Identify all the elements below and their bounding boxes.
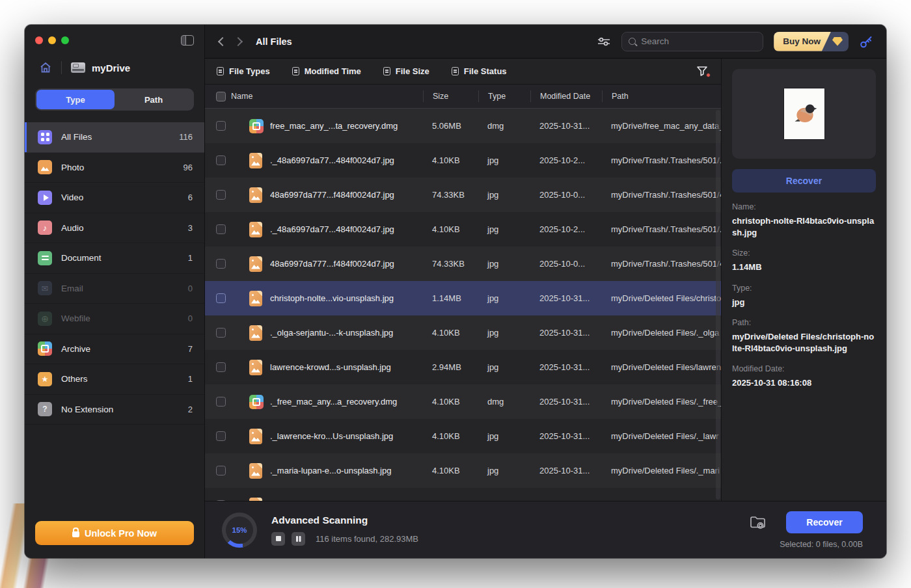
stop-icon [276,536,281,541]
column-type[interactable]: Type [478,90,530,102]
recover-preview-button[interactable]: Recover [732,169,876,193]
sidebar-item[interactable]: Document 1 [25,243,204,274]
table-row[interactable]: 48a6997da777...f484f0024d7.jpg 74.33KB j… [205,247,721,281]
buy-now-button[interactable]: Buy Now [774,32,849,51]
sidebar-item-label: Archive [61,344,90,354]
file-path: myDrive/Deleted Files/._lawr [602,431,721,441]
file-name: lawrence-krowd...s-unsplash.jpg [270,362,423,372]
sidebar-item[interactable]: All Files 116 [25,122,204,153]
sidebar-item[interactable]: ? No Extension 2 [25,395,204,425]
row-checkbox[interactable] [216,397,226,407]
row-checkbox[interactable] [216,155,226,165]
column-name[interactable]: Name [231,92,423,101]
table-row[interactable]: ._48a6997da77...484f0024d7.jpg 4.10KB jp… [205,212,721,247]
table-row[interactable]: ._lawrence-kro...Us-unsplash.jpg 4.10KB … [205,419,721,453]
unlock-pro-button[interactable]: Unlock Pro Now [35,521,194,545]
tab-path[interactable]: Path [115,90,193,109]
forward-button[interactable] [234,36,243,46]
file-path: myDrive/Trash/.Trashes/501/. [602,155,721,165]
jpg-icon [249,325,262,341]
row-checkbox[interactable] [216,224,226,234]
table-row[interactable]: maria-lupan-eg...Do-unsplash.jpg 1.19MB … [205,488,721,501]
minimize-button[interactable] [48,36,56,44]
column-size[interactable]: Size [423,90,478,102]
bottom-right: Recover Selected: 0 files, 0.00B [750,511,863,549]
sidebar-item[interactable]: ⊕ Webfile 0 [25,304,204,334]
all-files-icon [38,130,52,144]
table-row[interactable]: ._free_mac_any...a_recovery.dmg 4.10KB d… [205,384,721,419]
sidebar-item[interactable]: ★ Others 1 [25,364,204,395]
file-path: myDrive/Trash/.Trashes/501/4 [602,259,721,269]
detail-value: jpg [732,297,876,308]
app-window: myDrive Type Path All Files 116 Photo 96 [25,25,886,558]
row-checkbox[interactable] [216,259,226,269]
table-row[interactable]: lawrence-krowd...s-unsplash.jpg 2.94MB j… [205,350,721,384]
view-mode-segmented-control: Type Path [35,88,194,111]
recover-main-button[interactable]: Recover [786,511,863,533]
file-path: myDrive/Deleted Files/._mari [602,466,721,475]
filter-funnel-icon[interactable] [696,66,709,77]
filter-bar: File Types Modified Time File Size File … [205,59,721,85]
scrollbar[interactable] [716,110,720,500]
sidebar-item[interactable]: Photo 96 [25,153,204,183]
search-input[interactable] [641,36,739,46]
table-row[interactable]: ._maria-lupan-e...o-unsplash.jpg 4.10KB … [205,453,721,488]
row-checkbox[interactable] [216,121,226,131]
photo-icon [38,160,52,174]
video-icon [38,191,52,205]
jpg-icon [249,498,262,501]
sidebar-item-count: 0 [188,284,193,293]
file-path: myDrive/Deleted Files/._olga [602,328,721,338]
stop-scan-button[interactable] [271,532,285,546]
close-button[interactable] [35,36,43,44]
file-type: jpg [478,431,530,441]
filter-modified-time[interactable]: Modified Time [292,66,361,76]
table-row[interactable]: free_mac_any_...ta_recovery.dmg 5.06MB d… [205,109,721,143]
home-icon[interactable] [39,61,52,74]
sidebar-item-count: 116 [179,132,193,142]
row-checkbox[interactable] [216,466,226,475]
selected-info: Selected: 0 files, 0.00B [780,540,863,549]
sidebar-item[interactable]: Archive 7 [25,334,204,365]
select-all-checkbox[interactable] [216,92,226,101]
sidebar-item-label: Others [61,374,88,384]
file-type: jpg [478,259,530,269]
table-row[interactable]: ._48a6997da77...484f0024d7.jpg 4.10KB jp… [205,143,721,178]
file-name: 48a6997da777...f484f0024d7.jpg [270,190,423,200]
settings-sliders-icon[interactable] [597,36,611,47]
table-row[interactable]: 48a6997da777...f484f0024d7.jpg 74.33KB j… [205,178,721,212]
license-key-icon[interactable] [859,34,873,49]
row-checkbox[interactable] [216,293,226,303]
table-row[interactable]: ._olga-serjantu-...-k-unsplash.jpg 4.10K… [205,315,721,350]
file-type: jpg [478,155,530,165]
tab-type[interactable]: Type [36,90,115,109]
sidebar-item-count: 6 [188,193,193,202]
sidebar-item[interactable]: ✉ Email 0 [25,274,204,304]
zoom-button[interactable] [61,36,69,44]
table-row[interactable]: christoph-nolte...vio-unsplash.jpg 1.14M… [205,281,721,315]
recovery-folder-icon[interactable] [750,515,767,529]
row-checkbox[interactable] [216,328,226,338]
row-checkbox[interactable] [216,362,226,372]
file-name: 48a6997da777...f484f0024d7.jpg [270,259,423,269]
column-modified[interactable]: Modified Date [530,90,602,102]
search-box [621,32,763,51]
file-modified: 2025-10-2... [530,224,602,234]
row-checkbox[interactable] [216,431,226,441]
pause-scan-button[interactable] [292,532,305,546]
sidebar-item[interactable]: ♪ Audio 3 [25,213,204,244]
column-path[interactable]: Path [602,90,721,102]
filter-file-size[interactable]: File Size [383,66,429,76]
search-icon [629,38,636,45]
sidebar-toggle-icon[interactable] [181,35,194,46]
sidebar-item[interactable]: Video 6 [25,183,204,213]
row-checkbox[interactable] [216,500,226,501]
filter-file-status[interactable]: File Status [452,66,507,76]
file-type: jpg [478,500,530,501]
file-size: 4.10KB [423,328,478,338]
preview-image [783,88,825,140]
filter-file-types[interactable]: File Types [217,66,270,76]
row-checkbox[interactable] [216,190,226,200]
back-button[interactable] [218,36,227,46]
detail-value: 1.14MB [732,261,876,273]
